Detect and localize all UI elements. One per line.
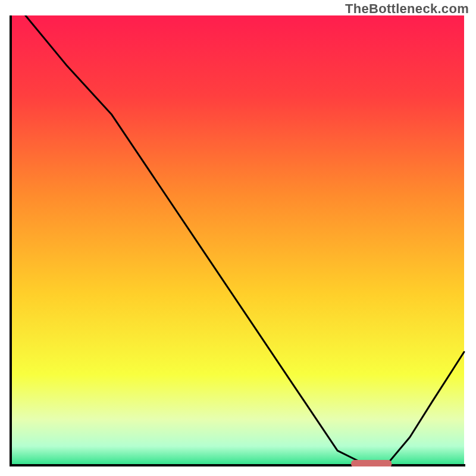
optimal-range-marker (351, 460, 392, 466)
chart-frame: TheBottleneck.com (0, 0, 476, 476)
bottleneck-chart (10, 15, 466, 466)
gradient-background (12, 15, 464, 464)
watermark-label: TheBottleneck.com (345, 1, 469, 17)
plot-area (10, 15, 466, 466)
